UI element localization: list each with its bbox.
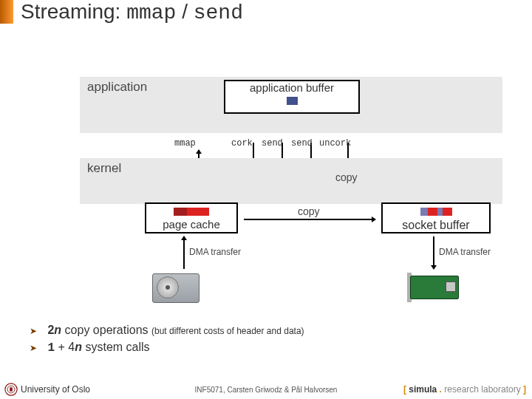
b2-rest: system calls: [85, 341, 149, 353]
footer-brand: [ simula . research laboratory ]: [403, 384, 526, 395]
brand-name: simula: [409, 384, 437, 395]
b1-n: n: [54, 324, 61, 336]
hard-disk-icon: [152, 273, 202, 306]
brand-close: ]: [523, 384, 526, 395]
dma-left-arrow-icon: [183, 236, 185, 269]
socket-data2-icon: [443, 208, 452, 216]
page-cache-box: page cache: [145, 202, 238, 233]
brand-rest: research laboratory: [444, 384, 523, 395]
socket-buffer-box: socket buffer: [381, 202, 491, 233]
accent-bar: [0, 0, 13, 24]
b2-num1: 1: [47, 341, 55, 355]
brand-dot: .: [437, 384, 444, 395]
application-label: application: [87, 80, 147, 95]
b2-mid: + 4: [55, 341, 75, 353]
b2-n: n: [75, 341, 82, 353]
application-buffer-label: application buffer: [225, 81, 358, 94]
bullet-arrow-icon: ➤: [30, 343, 37, 353]
send2-call-label: send: [291, 138, 313, 149]
cork-call-label: cork: [231, 138, 253, 149]
socket-hdr2-icon: [437, 208, 443, 216]
uncork-call-label: uncork: [319, 138, 351, 149]
dma-right-label: DMA transfer: [439, 247, 491, 257]
page-cache-data1-icon: [174, 208, 187, 216]
page-cache-data2-icon: [187, 208, 209, 216]
copy-label-2: copy: [298, 205, 320, 217]
page-title: Streaming: mmap / send: [21, 0, 243, 24]
bullet-1: ➤ 2n copy operations (but different cost…: [30, 324, 304, 337]
bullet-2: ➤ 1 + 4n system calls: [30, 341, 150, 355]
title-prefix: Streaming:: [21, 0, 126, 23]
footer: University of Oslo INF5071, Carsten Griw…: [0, 383, 532, 399]
dma-right-arrow-icon: [433, 236, 434, 269]
send1-call-label: send: [262, 138, 283, 149]
page-cache-label: page cache: [146, 218, 236, 231]
socket-hdr1-icon: [420, 208, 428, 216]
bullet-arrow-icon: ➤: [30, 326, 37, 336]
title-sep: /: [176, 0, 193, 23]
socket-data1-icon: [428, 208, 437, 216]
mmap-call-label: mmap: [174, 138, 196, 149]
b1-small: (but different costs of header and data): [151, 326, 304, 336]
application-buffer-box: application buffer: [224, 80, 360, 114]
kernel-label: kernel: [87, 161, 121, 176]
dma-left-label: DMA transfer: [189, 247, 241, 257]
data-chunk-icon: [287, 97, 298, 105]
kernel-layer: kernel: [80, 158, 502, 204]
title-fn2: send: [194, 1, 243, 24]
network-card-icon: [410, 276, 463, 305]
socket-buffer-label: socket buffer: [383, 219, 489, 232]
copy-label-1: copy: [335, 171, 358, 183]
b1-rest: copy operations: [65, 324, 151, 336]
pagecache-to-socket-arrow-icon: [244, 219, 375, 220]
title-fn1: mmap: [126, 1, 176, 24]
